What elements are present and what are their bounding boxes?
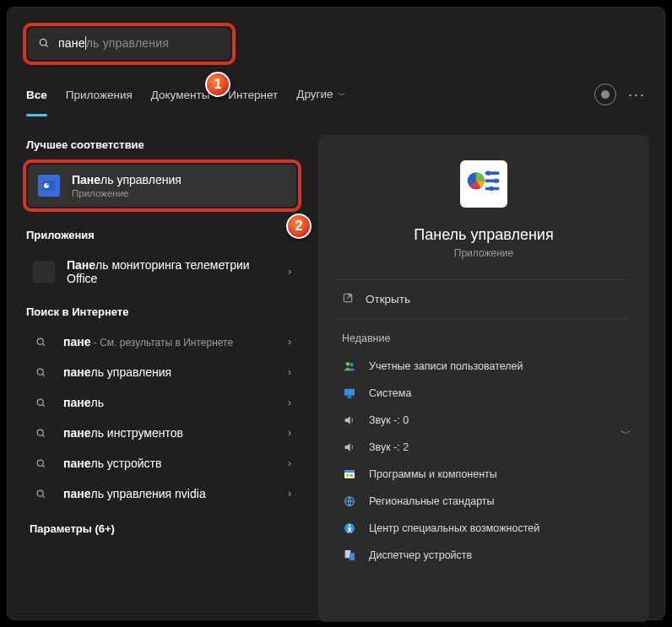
recent-item-label: Диспетчер устройств: [369, 549, 472, 561]
tab-internet[interactable]: Интернет: [228, 85, 278, 105]
recent-item-label: Региональные стандарты: [369, 495, 495, 507]
svg-point-20: [494, 179, 499, 184]
chevron-down-icon: ﹀: [335, 90, 346, 100]
app-icon: [33, 261, 55, 283]
programs-icon: [342, 467, 357, 482]
svg-point-10: [37, 430, 43, 435]
section-apps: Приложения: [26, 229, 301, 241]
svg-line-13: [42, 465, 44, 467]
preview-title: Панель управления: [323, 226, 644, 244]
search-icon: [30, 489, 51, 500]
svg-rect-30: [344, 470, 355, 473]
search-icon: [30, 337, 51, 348]
globe-icon: [342, 494, 357, 509]
section-params[interactable]: Параметры (6+): [30, 522, 301, 535]
result-title: панель устройств: [63, 457, 161, 470]
chevron-right-icon: ›: [288, 457, 291, 469]
svg-point-35: [349, 524, 350, 526]
svg-point-12: [37, 460, 43, 466]
chevron-right-icon: ›: [288, 397, 291, 408]
app-result[interactable]: Панель мониторинга телеметрии Office ›: [23, 250, 301, 294]
results-column: Лучшее соответствие Панель управления Пр…: [23, 135, 301, 622]
svg-rect-31: [346, 474, 349, 477]
users-icon: [342, 359, 357, 374]
preview-subtitle: Приложение: [323, 247, 644, 259]
tab-apps[interactable]: Приложения: [66, 85, 133, 105]
tab-all[interactable]: Все: [26, 85, 47, 105]
svg-rect-27: [348, 396, 351, 397]
search-icon: [30, 367, 51, 378]
svg-point-6: [37, 369, 43, 375]
result-title: Панель управления: [72, 173, 182, 186]
result-title: панель управления: [63, 365, 171, 379]
search-icon: [30, 397, 51, 408]
web-search-result[interactable]: панель инструментов›: [23, 418, 301, 448]
svg-line-15: [42, 495, 44, 497]
speaker-icon: [342, 413, 357, 428]
svg-rect-37: [350, 553, 355, 560]
recent-item[interactable]: Программы и компоненты: [323, 461, 644, 488]
best-match-result[interactable]: Панель управления Приложение: [28, 165, 296, 207]
chevron-right-icon: ›: [288, 336, 291, 348]
result-subtitle: Приложение: [72, 188, 182, 198]
recent-item-label: Учетные записи пользователей: [369, 360, 523, 372]
recent-item[interactable]: Звук -: 2: [323, 434, 644, 461]
user-account-button[interactable]: [594, 84, 616, 105]
svg-rect-28: [347, 397, 353, 398]
svg-line-5: [42, 343, 44, 345]
recent-item-label: Звук -: 0: [369, 414, 409, 426]
recent-item[interactable]: Диспетчер устройств: [323, 542, 644, 569]
result-title: панель управления nvidia: [63, 487, 206, 500]
svg-point-8: [37, 399, 43, 405]
recent-section-title: Недавние: [323, 319, 644, 353]
svg-rect-26: [344, 389, 355, 396]
devices-icon: [342, 548, 357, 563]
search-text: панель управления: [58, 36, 169, 51]
recent-item[interactable]: Учетные записи пользователей: [323, 353, 644, 380]
svg-point-25: [350, 363, 354, 366]
recent-item-label: Система: [369, 387, 411, 399]
open-label: Открыть: [366, 293, 410, 305]
annotation-marker-1: 1: [205, 72, 230, 97]
recent-item[interactable]: Центр специальных возможностей: [323, 515, 644, 542]
section-best-match: Лучшее соответствие: [26, 138, 301, 151]
svg-point-24: [346, 362, 350, 366]
open-icon: [342, 292, 354, 306]
web-search-result[interactable]: панель›: [23, 387, 301, 418]
search-input[interactable]: панель управления: [28, 28, 230, 60]
best-match-highlight-frame: Панель управления Приложение: [23, 159, 301, 212]
access-icon: [342, 521, 357, 536]
more-options-button[interactable]: ···: [628, 86, 646, 104]
web-search-result[interactable]: панель управления›: [23, 357, 301, 387]
web-search-result[interactable]: пане - См. результаты в Интернете›: [23, 327, 301, 357]
section-web: Поиск в Интернете: [26, 305, 301, 318]
chevron-right-icon: ›: [288, 427, 291, 439]
expand-button[interactable]: ﹀: [614, 422, 637, 446]
search-highlight-frame: панель управления: [23, 23, 236, 65]
search-icon: [38, 37, 50, 51]
recent-item[interactable]: Система: [323, 380, 644, 407]
chevron-right-icon: ›: [288, 488, 291, 500]
recent-item[interactable]: Региональные стандарты: [323, 488, 644, 515]
result-title: Панель мониторинга телеметрии Office: [67, 258, 252, 285]
filter-tabs: Все Приложения Документы Интернет Другие…: [23, 84, 649, 118]
speaker-icon: [342, 440, 357, 455]
search-window: панель управления 1 2 Все Приложения Док…: [7, 7, 665, 620]
result-title: пане - См. результаты в Интернете: [63, 335, 233, 349]
result-title: панель инструментов: [63, 426, 183, 440]
preview-pane: Панель управления Приложение Открыть ﹀ Н…: [318, 135, 649, 622]
svg-rect-32: [350, 474, 353, 477]
recent-item-label: Центр специальных возможностей: [369, 522, 539, 534]
search-icon: [30, 458, 51, 469]
tab-more[interactable]: Другие ﹀: [296, 84, 346, 105]
control-panel-large-icon: [460, 160, 507, 208]
tab-documents[interactable]: Документы: [151, 85, 210, 105]
svg-point-4: [37, 338, 43, 344]
recent-item-label: Звук -: 2: [369, 441, 409, 453]
open-action[interactable]: Открыть: [323, 280, 644, 318]
search-icon: [30, 428, 51, 439]
result-title: панель: [63, 396, 104, 409]
recent-item[interactable]: Звук -: 0: [323, 407, 644, 434]
web-search-result[interactable]: панель управления nvidia›: [23, 478, 301, 509]
web-search-result[interactable]: панель устройств›: [23, 448, 301, 478]
